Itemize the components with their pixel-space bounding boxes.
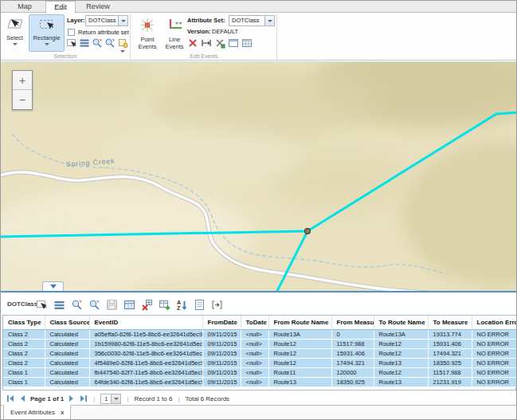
table-header-cell[interactable]: Class Type	[3, 316, 45, 329]
select-button[interactable]: Select	[2, 14, 27, 52]
close-icon[interactable]: x	[61, 410, 64, 416]
table-cell[interactable]: Class 1	[3, 377, 45, 387]
split-event-icon[interactable]	[214, 37, 225, 49]
table-cell[interactable]: <null>	[241, 348, 268, 358]
table-cell[interactable]: 09/11/2015	[202, 377, 241, 387]
table-row[interactable]: Class 2Calculated4f5489e0-62f8-11e5-8bc6…	[3, 358, 517, 367]
select-by-area-icon[interactable]	[66, 37, 77, 49]
table-cell[interactable]: 4f5489e0-62f8-11e5-8bc6-ee32641d5ec9	[89, 358, 202, 367]
rectangle-button[interactable]: Rectangle	[29, 14, 65, 52]
table-cell[interactable]: 18350.925	[331, 377, 374, 387]
table-cell[interactable]: <null>	[241, 367, 268, 377]
floating-window-icon[interactable]	[228, 37, 239, 49]
save-icon[interactable]	[106, 299, 118, 311]
table-cell[interactable]: 0	[331, 329, 374, 339]
table-cell[interactable]: <null>	[241, 339, 268, 348]
panel-collapse-tab[interactable]	[42, 281, 64, 291]
table-cell[interactable]: Route13	[374, 358, 428, 367]
append-records-icon[interactable]	[159, 299, 170, 311]
table-cell[interactable]: 17494.321	[331, 358, 374, 367]
next-page-button[interactable]	[68, 394, 76, 402]
page-number-arrow[interactable]	[112, 394, 121, 404]
table-cell[interactable]: 120000	[331, 367, 374, 377]
table-cell[interactable]: Route13A	[374, 329, 428, 339]
tab-map[interactable]: Map	[7, 1, 42, 13]
table-cell[interactable]: Calculated	[45, 329, 89, 339]
layer-combobox-arrow[interactable]	[118, 15, 128, 26]
layer-combobox[interactable]: DOTClass	[85, 15, 128, 26]
delete-records-icon[interactable]	[141, 299, 153, 311]
table-cell[interactable]: 11517.988	[331, 339, 374, 348]
table-cell[interactable]: Class 2	[3, 339, 45, 348]
selection-list-icon[interactable]	[79, 37, 90, 49]
table-cell[interactable]: 1b159980-62f8-11e5-8bc6-ee32641d5ec9	[89, 339, 202, 348]
table-cell[interactable]: Calculated	[45, 339, 89, 348]
line-events-button[interactable]: Line Events	[162, 14, 187, 52]
table-cell[interactable]: 356c0030-62f8-11e5-8bc6-ee32641d5ec9	[89, 348, 202, 358]
options-menu-icon[interactable]	[53, 299, 65, 311]
table-row[interactable]: Class 2Calculated356c0030-62f8-11e5-8bc6…	[3, 348, 517, 358]
table-cell[interactable]: Class 1	[3, 367, 45, 377]
table-header-cell[interactable]: ToDate	[241, 316, 268, 329]
table-cell[interactable]: 21231.919	[428, 377, 472, 387]
table-cell[interactable]: Calculated	[45, 377, 89, 387]
table-cell[interactable]: 09/11/2015	[202, 367, 241, 377]
table-cell[interactable]: a05effa0-62f8-11e5-8bc6-ee32641d5ec9	[89, 329, 202, 339]
table-cell[interactable]: fb447540-62f7-11e5-8bc6-ee32641d5ec9	[89, 367, 202, 377]
attribute-set-combobox[interactable]: DOTClass	[229, 15, 275, 26]
measure-range-icon[interactable]	[201, 37, 212, 49]
table-cell[interactable]: Class 2	[3, 358, 45, 367]
page-number-combobox[interactable]: 1	[100, 394, 121, 404]
tab-review[interactable]: Review	[79, 1, 117, 13]
pan-to-selected-icon[interactable]	[88, 299, 100, 311]
table-cell[interactable]: NO ERROR	[472, 367, 517, 377]
clear-selection-icon[interactable]	[117, 37, 128, 49]
last-page-button[interactable]	[80, 394, 88, 402]
table-cell[interactable]: 17494.321	[428, 348, 472, 358]
zoom-out-button[interactable]: −	[13, 90, 32, 109]
tab-event-attributes[interactable]: Event Attributes x	[3, 405, 71, 420]
attribute-window-icon[interactable]	[241, 37, 253, 49]
table-cell[interactable]: 09/11/2015	[202, 339, 241, 348]
table-cell[interactable]: Route12	[374, 348, 428, 358]
table-cell[interactable]: Route11	[268, 367, 331, 377]
attribute-set-combobox-arrow[interactable]	[264, 15, 275, 26]
table-header-cell[interactable]: EventID	[89, 316, 202, 329]
prev-page-button[interactable]	[18, 394, 26, 402]
table-cell[interactable]: Route13	[374, 377, 428, 387]
table-header-cell[interactable]: From Measure	[331, 316, 374, 329]
junction-marker[interactable]	[305, 229, 311, 234]
table-cell[interactable]: Class 2	[3, 329, 45, 339]
table-cell[interactable]: NO ERROR	[472, 329, 517, 339]
table-cell[interactable]: <null>	[241, 329, 268, 339]
table-header-cell[interactable]: FromDate	[202, 316, 241, 329]
table-cell[interactable]: Route12	[268, 339, 331, 348]
table-cell[interactable]: NO ERROR	[472, 348, 517, 358]
table-cell[interactable]: 15931.406	[428, 339, 472, 348]
table-row[interactable]: Class 1Calculatedfb447540-62f7-11e5-8bc6…	[3, 367, 517, 377]
table-cell[interactable]: NO ERROR	[472, 358, 517, 367]
table-cell[interactable]: 64fde340-62f8-11e5-8bc6-ee32641d5ec9	[89, 377, 202, 387]
map-canvas[interactable]: Spring Creek + −	[1, 61, 517, 291]
measure-brackets-icon[interactable]	[211, 299, 223, 311]
table-cell[interactable]: Calculated	[45, 367, 89, 377]
table-cell[interactable]: Route13A	[268, 329, 331, 339]
table-row[interactable]: Class 2Calculateda05effa0-62f8-11e5-8bc6…	[3, 329, 517, 339]
zoom-to-selection-icon[interactable]	[92, 37, 103, 49]
table-cell[interactable]: Route13	[268, 377, 331, 387]
first-page-button[interactable]	[6, 394, 14, 402]
table-cell[interactable]: Route12	[268, 358, 331, 367]
table-cell[interactable]: Calculated	[45, 358, 89, 367]
table-header-cell[interactable]: Location Error	[472, 316, 517, 329]
select-records-icon[interactable]	[36, 299, 48, 311]
form-view-icon[interactable]	[194, 299, 206, 311]
table-row[interactable]: Class 2Calculated1b159980-62f8-11e5-8bc6…	[3, 339, 517, 348]
table-cell[interactable]: Calculated	[45, 348, 89, 358]
table-header-cell[interactable]: To Route Name	[374, 316, 428, 329]
table-cell[interactable]: 11517.988	[428, 367, 472, 377]
table-cell[interactable]: 09/11/2015	[202, 348, 241, 358]
table-cell[interactable]: 09/11/2015	[202, 329, 241, 339]
tab-edit[interactable]: Edit	[45, 1, 76, 14]
table-cell[interactable]: 19313.774	[428, 329, 472, 339]
table-cell[interactable]: <null>	[241, 358, 268, 367]
